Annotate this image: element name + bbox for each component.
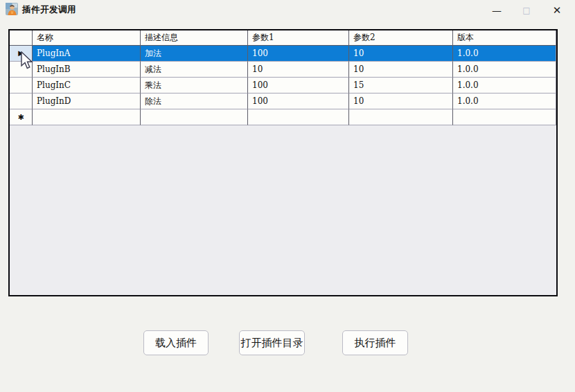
row-header-cell[interactable] [10, 62, 33, 78]
table-row-new[interactable]: ✱ [10, 109, 556, 125]
cell-version[interactable]: 1.0.0 [453, 62, 556, 78]
column-header-param2[interactable]: 参数2 [349, 30, 453, 46]
cell-description[interactable] [141, 109, 248, 125]
cell-param1[interactable]: 100 [248, 46, 349, 62]
cell-description[interactable]: 乘法 [141, 78, 248, 93]
table-row-pluginC[interactable]: PlugInC 乘法 100 15 1.0.0 [10, 78, 556, 93]
row-header-corner[interactable] [10, 30, 33, 46]
cell-param2[interactable] [349, 109, 453, 125]
cell-param2[interactable]: 10 [349, 46, 453, 62]
cell-name[interactable]: PlugInC [33, 78, 141, 93]
cell-param2[interactable]: 15 [349, 78, 453, 93]
table-row-pluginA[interactable]: ▶ PlugInA 加法 100 10 1.0.0 [10, 46, 556, 62]
cell-version[interactable]: 1.0.0 [453, 78, 556, 93]
window-title: 插件开发调用 [22, 4, 76, 16]
execute-plugin-button[interactable]: 执行插件 [342, 330, 408, 355]
column-header-description[interactable]: 描述信息 [141, 30, 248, 46]
new-row-asterisk-icon: ✱ [17, 114, 24, 121]
load-plugin-button[interactable]: 载入插件 [143, 330, 209, 355]
open-plugin-dir-button[interactable]: 打开插件目录 [239, 330, 305, 355]
cell-version[interactable] [453, 109, 556, 125]
plugin-table: 名称 描述信息 参数1 参数2 版本 ▶ PlugInA 加法 100 10 1… [8, 29, 558, 296]
column-header-name[interactable]: 名称 [33, 30, 141, 46]
table-row-pluginB[interactable]: PlugInB 减法 10 10 1.0.0 [10, 62, 556, 78]
row-header-cell[interactable]: ▶ [10, 46, 33, 62]
row-header-cell[interactable] [10, 78, 33, 93]
cell-description[interactable]: 减法 [141, 62, 248, 78]
cell-param1[interactable]: 100 [248, 78, 349, 93]
cell-name[interactable]: PlugInD [33, 93, 141, 109]
plugin-dev-window: { "window": { "title": "插件开发调用", "contro… [0, 0, 575, 392]
current-row-arrow-icon: ▶ [18, 50, 24, 57]
row-header-cell[interactable] [10, 93, 33, 109]
table-header-row: 名称 描述信息 参数1 参数2 版本 [10, 30, 556, 46]
cell-param1[interactable] [248, 109, 349, 125]
cell-name[interactable] [33, 109, 141, 125]
cell-name[interactable]: PlugInB [33, 62, 141, 78]
maximize-button[interactable]: □ [513, 0, 540, 21]
cell-param2[interactable]: 10 [349, 62, 453, 78]
minimize-button[interactable]: — [483, 0, 511, 21]
cell-version[interactable]: 1.0.0 [453, 46, 556, 62]
cell-description[interactable]: 加法 [141, 46, 248, 62]
cell-version[interactable]: 1.0.0 [453, 93, 556, 109]
cell-param1[interactable]: 10 [248, 62, 349, 78]
column-header-version[interactable]: 版本 [453, 30, 556, 46]
cell-description[interactable]: 除法 [141, 93, 248, 109]
cell-name[interactable]: PlugInA [33, 46, 141, 62]
close-button[interactable]: ✕ [543, 0, 571, 21]
cell-param1[interactable]: 100 [248, 93, 349, 109]
title-bar: 插件开发调用 — □ ✕ [0, 0, 575, 21]
cell-param2[interactable]: 10 [349, 93, 453, 109]
row-header-cell[interactable]: ✱ [10, 109, 33, 125]
column-header-param1[interactable]: 参数1 [248, 30, 349, 46]
app-icon [6, 3, 18, 15]
table-row-pluginD[interactable]: PlugInD 除法 100 10 1.0.0 [10, 93, 556, 109]
